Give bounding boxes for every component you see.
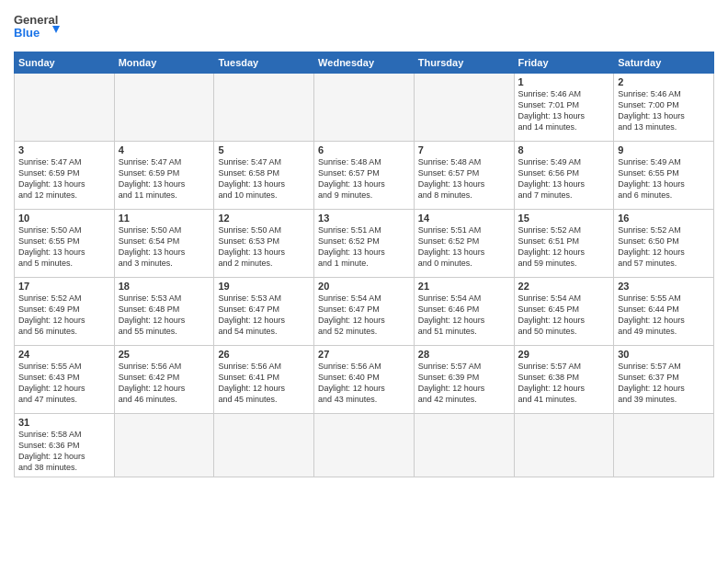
day-number: 18 [119,281,210,292]
day-number: 25 [119,349,210,360]
day-number: 31 [18,417,110,428]
calendar-week-3: 10Sunrise: 5:50 AMSunset: 6:55 PMDayligh… [15,210,714,278]
day-info: Sunrise: 5:48 AMSunset: 6:57 PMDaylight:… [418,156,510,201]
day-number: 7 [418,144,510,155]
day-number: 21 [418,281,510,292]
calendar-cell: 8Sunrise: 5:49 AMSunset: 6:56 PMDaylight… [514,142,614,210]
day-info: Sunrise: 5:50 AMSunset: 6:55 PMDaylight:… [18,224,110,270]
day-number: 12 [218,213,310,224]
calendar-cell [15,74,115,142]
day-number: 16 [618,213,710,224]
day-info: Sunrise: 5:54 AMSunset: 6:46 PMDaylight:… [418,293,510,338]
calendar-cell [114,414,214,477]
calendar-cell [214,74,314,142]
day-info: Sunrise: 5:55 AMSunset: 6:43 PMDaylight:… [18,361,110,406]
day-number: 8 [518,144,610,155]
calendar-week-2: 3Sunrise: 5:47 AMSunset: 6:59 PMDaylight… [15,142,714,210]
day-info: Sunrise: 5:56 AMSunset: 6:40 PMDaylight:… [318,361,410,406]
day-info: Sunrise: 5:48 AMSunset: 6:57 PMDaylight:… [318,156,410,201]
day-number: 29 [518,349,610,360]
calendar-cell [214,414,314,477]
col-header-thursday: Thursday [414,52,514,74]
logo-svg: General Blue [14,9,60,46]
col-header-monday: Monday [114,52,214,74]
calendar-cell: 2Sunrise: 5:46 AMSunset: 7:00 PMDaylight… [614,74,714,142]
calendar-week-5: 24Sunrise: 5:55 AMSunset: 6:43 PMDayligh… [15,346,714,414]
calendar-cell: 3Sunrise: 5:47 AMSunset: 6:59 PMDaylight… [15,142,115,210]
calendar-cell: 18Sunrise: 5:53 AMSunset: 6:48 PMDayligh… [114,278,214,346]
day-info: Sunrise: 5:47 AMSunset: 6:58 PMDaylight:… [218,156,310,201]
calendar-cell: 31Sunrise: 5:58 AMSunset: 6:36 PMDayligh… [15,414,115,477]
day-info: Sunrise: 5:50 AMSunset: 6:54 PMDaylight:… [119,224,210,270]
col-header-wednesday: Wednesday [314,52,415,74]
calendar-cell: 15Sunrise: 5:52 AMSunset: 6:51 PMDayligh… [514,210,614,278]
calendar-cell [114,74,214,142]
day-info: Sunrise: 5:53 AMSunset: 6:47 PMDaylight:… [218,293,310,338]
day-number: 17 [18,281,110,292]
day-number: 15 [518,213,610,224]
day-number: 11 [119,213,210,224]
svg-marker-2 [52,26,60,33]
calendar-cell: 28Sunrise: 5:57 AMSunset: 6:39 PMDayligh… [414,346,514,414]
calendar-cell: 21Sunrise: 5:54 AMSunset: 6:46 PMDayligh… [414,278,514,346]
day-number: 20 [318,281,410,292]
calendar-week-4: 17Sunrise: 5:52 AMSunset: 6:49 PMDayligh… [15,278,714,346]
calendar-cell: 17Sunrise: 5:52 AMSunset: 6:49 PMDayligh… [15,278,115,346]
calendar-cell: 13Sunrise: 5:51 AMSunset: 6:52 PMDayligh… [314,210,415,278]
day-number: 26 [218,349,310,360]
day-info: Sunrise: 5:53 AMSunset: 6:48 PMDaylight:… [119,293,210,338]
calendar-header-row: SundayMondayTuesdayWednesdayThursdayFrid… [15,52,714,74]
svg-text:Blue: Blue [14,26,40,40]
calendar-table: SundayMondayTuesdayWednesdayThursdayFrid… [14,52,714,477]
calendar-cell: 23Sunrise: 5:55 AMSunset: 6:44 PMDayligh… [614,278,714,346]
day-info: Sunrise: 5:52 AMSunset: 6:50 PMDaylight:… [618,224,710,270]
day-number: 2 [618,76,710,87]
calendar-cell [514,414,614,477]
col-header-friday: Friday [514,52,614,74]
calendar-cell [614,414,714,477]
calendar-cell: 12Sunrise: 5:50 AMSunset: 6:53 PMDayligh… [214,210,314,278]
calendar-cell: 14Sunrise: 5:51 AMSunset: 6:52 PMDayligh… [414,210,514,278]
calendar-cell: 25Sunrise: 5:56 AMSunset: 6:42 PMDayligh… [114,346,214,414]
day-number: 27 [318,349,410,360]
calendar-cell: 5Sunrise: 5:47 AMSunset: 6:58 PMDaylight… [214,142,314,210]
day-number: 14 [418,213,510,224]
day-number: 19 [218,281,310,292]
calendar-week-6: 31Sunrise: 5:58 AMSunset: 6:36 PMDayligh… [15,414,714,477]
calendar-cell: 16Sunrise: 5:52 AMSunset: 6:50 PMDayligh… [614,210,714,278]
day-info: Sunrise: 5:52 AMSunset: 6:49 PMDaylight:… [18,293,110,338]
day-info: Sunrise: 5:46 AMSunset: 7:01 PMDaylight:… [518,88,610,133]
day-info: Sunrise: 5:49 AMSunset: 6:56 PMDaylight:… [518,156,610,201]
calendar-cell: 19Sunrise: 5:53 AMSunset: 6:47 PMDayligh… [214,278,314,346]
calendar-cell: 10Sunrise: 5:50 AMSunset: 6:55 PMDayligh… [15,210,115,278]
day-number: 3 [18,144,110,155]
calendar-cell: 27Sunrise: 5:56 AMSunset: 6:40 PMDayligh… [314,346,415,414]
day-info: Sunrise: 5:54 AMSunset: 6:45 PMDaylight:… [518,293,610,338]
day-number: 23 [618,281,710,292]
calendar-cell: 1Sunrise: 5:46 AMSunset: 7:01 PMDaylight… [514,74,614,142]
svg-text:General: General [14,13,58,27]
calendar-cell: 26Sunrise: 5:56 AMSunset: 6:41 PMDayligh… [214,346,314,414]
day-number: 28 [418,349,510,360]
calendar-cell: 4Sunrise: 5:47 AMSunset: 6:59 PMDaylight… [114,142,214,210]
day-info: Sunrise: 5:47 AMSunset: 6:59 PMDaylight:… [119,156,210,201]
logo: General Blue [14,9,60,46]
day-info: Sunrise: 5:47 AMSunset: 6:59 PMDaylight:… [18,156,110,201]
calendar-cell [314,414,415,477]
col-header-saturday: Saturday [614,52,714,74]
day-number: 4 [119,144,210,155]
day-number: 30 [618,349,710,360]
day-info: Sunrise: 5:56 AMSunset: 6:41 PMDaylight:… [218,361,310,406]
calendar-cell: 9Sunrise: 5:49 AMSunset: 6:55 PMDaylight… [614,142,714,210]
day-info: Sunrise: 5:54 AMSunset: 6:47 PMDaylight:… [318,293,410,338]
calendar-cell: 29Sunrise: 5:57 AMSunset: 6:38 PMDayligh… [514,346,614,414]
day-number: 6 [318,144,410,155]
day-number: 9 [618,144,710,155]
calendar-cell [414,414,514,477]
day-number: 10 [18,213,110,224]
day-number: 1 [518,76,610,87]
day-info: Sunrise: 5:57 AMSunset: 6:37 PMDaylight:… [618,361,710,406]
calendar-cell: 30Sunrise: 5:57 AMSunset: 6:37 PMDayligh… [614,346,714,414]
day-number: 13 [318,213,410,224]
day-info: Sunrise: 5:52 AMSunset: 6:51 PMDaylight:… [518,224,610,270]
